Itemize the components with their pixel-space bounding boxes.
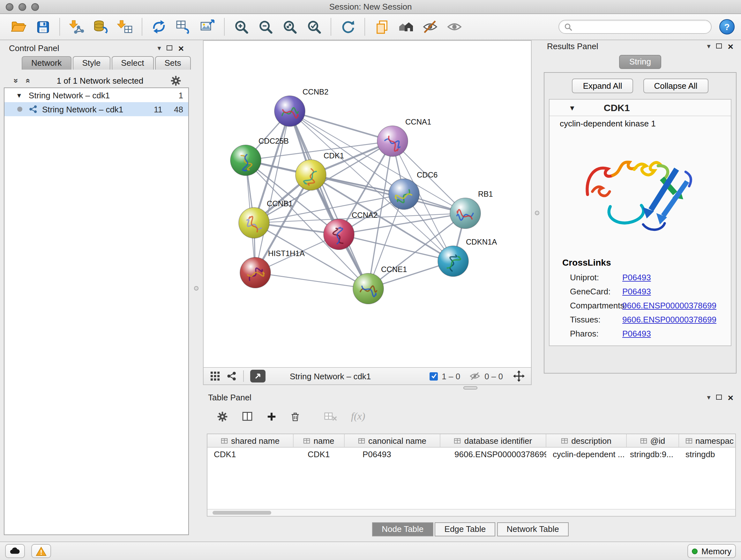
- column-header[interactable]: name: [293, 434, 345, 447]
- tab-select[interactable]: Select: [111, 56, 153, 70]
- open-session-button[interactable]: [6, 16, 30, 38]
- zoom-in-button[interactable]: [229, 16, 253, 38]
- crosslink-genecard[interactable]: P06493: [622, 287, 651, 296]
- close-panel-icon[interactable]: ×: [178, 43, 184, 53]
- import-network-database-button[interactable]: [89, 16, 113, 38]
- float-panel-icon[interactable]: [166, 45, 172, 51]
- tab-node-table[interactable]: Node Table: [372, 522, 433, 537]
- memory-button[interactable]: Memory: [687, 544, 736, 558]
- tab-network[interactable]: Network: [22, 56, 71, 70]
- import-network-file-button[interactable]: [64, 16, 89, 38]
- column-type-icon: [303, 437, 310, 444]
- network-node-CDC6[interactable]: [389, 179, 419, 209]
- birds-eye-view-button[interactable]: [210, 371, 220, 381]
- splitter-grip[interactable]: [194, 286, 199, 291]
- collapse-all-button[interactable]: Collapse All: [643, 78, 709, 93]
- network-row-selected[interactable]: String Network – cdk1 11 48: [4, 102, 188, 116]
- float-panel-icon[interactable]: [716, 395, 722, 400]
- crosslink-uniprot[interactable]: P06493: [622, 272, 651, 282]
- crosslink-compartments[interactable]: 9606.ENSP00000378699: [622, 300, 717, 310]
- save-session-button[interactable]: [30, 16, 55, 38]
- panel-menu-icon[interactable]: ▾: [157, 44, 161, 51]
- column-header[interactable]: canonical name: [345, 434, 441, 447]
- tab-string[interactable]: String: [619, 55, 661, 69]
- network-node-RB1[interactable]: [450, 198, 481, 229]
- options-gear-icon[interactable]: [171, 75, 181, 86]
- float-panel-icon[interactable]: [716, 44, 722, 49]
- table-settings-button[interactable]: [217, 411, 228, 422]
- table-row[interactable]: CDK1 CDK1 P06493 9606.ENSP00000378699 cy…: [207, 448, 735, 461]
- crosslink-tissues[interactable]: 9606.ENSP00000378699: [622, 314, 717, 324]
- column-header[interactable]: namespac: [679, 434, 736, 447]
- network-node-CCNB1[interactable]: [239, 207, 269, 238]
- copy-document-button[interactable]: [369, 16, 394, 38]
- hide-annotations-button[interactable]: [418, 16, 442, 38]
- delete-column-button[interactable]: [290, 411, 300, 422]
- crosslink-pharos[interactable]: P06493: [622, 328, 651, 338]
- network-node-CCNB2[interactable]: [274, 96, 305, 126]
- network-canvas[interactable]: CCNB2CCNA1CDC25BCDK1CDC6RB1CCNB1CCNA2CDK…: [204, 41, 531, 367]
- network-edge[interactable]: [255, 273, 368, 289]
- cloud-button[interactable]: [5, 544, 25, 558]
- home-button[interactable]: [394, 16, 418, 38]
- show-columns-button[interactable]: [242, 411, 253, 422]
- network-node-CDK1[interactable]: [295, 160, 326, 190]
- tab-edge-table[interactable]: Edge Table: [435, 522, 495, 537]
- column-header[interactable]: @id: [627, 434, 679, 447]
- zoom-out-button[interactable]: [253, 16, 278, 38]
- network-node-CDC25B[interactable]: [230, 145, 261, 176]
- panel-menu-icon[interactable]: ▾: [707, 394, 711, 401]
- expand-all-button[interactable]: Expand All: [572, 78, 633, 93]
- network-tree: ▼ String Network – cdk1 1 String Network…: [4, 87, 189, 535]
- add-column-button[interactable]: [267, 412, 276, 421]
- collapse-all-icon[interactable]: »: [11, 78, 21, 83]
- expand-all-icon[interactable]: »: [23, 78, 32, 83]
- tree-collapse-icon[interactable]: ▼: [16, 91, 22, 99]
- import-table-file-button[interactable]: [113, 16, 137, 38]
- table-header-row: shared name name canonical name database…: [207, 434, 735, 448]
- splitter-grip[interactable]: [463, 386, 477, 389]
- function-builder-button[interactable]: f(x): [351, 411, 365, 422]
- close-panel-icon[interactable]: ×: [728, 392, 733, 402]
- network-collection-row[interactable]: ▼ String Network – cdk1 1: [4, 88, 188, 102]
- network-node-CCNE1[interactable]: [353, 273, 384, 304]
- scrollbar-thumb[interactable]: [212, 511, 271, 515]
- panel-menu-icon[interactable]: ▾: [707, 43, 711, 50]
- tab-network-table[interactable]: Network Table: [497, 522, 568, 537]
- network-node-HIST1H1A[interactable]: [240, 257, 271, 288]
- help-button[interactable]: ?: [719, 19, 735, 35]
- column-header[interactable]: shared name: [207, 434, 293, 447]
- network-node-CDKN1A[interactable]: [438, 246, 468, 276]
- clone-network-button[interactable]: [171, 16, 195, 38]
- gene-section-header[interactable]: ▼ CDK1: [549, 100, 731, 116]
- zoom-fit-button[interactable]: [278, 16, 302, 38]
- column-header[interactable]: description: [546, 434, 627, 447]
- selected-checkbox-icon[interactable]: [429, 372, 438, 380]
- pan-crosshair-icon[interactable]: [513, 370, 525, 382]
- export-image-button[interactable]: [195, 16, 219, 38]
- new-network-button[interactable]: [147, 16, 171, 38]
- zoom-window-button[interactable]: [31, 3, 39, 11]
- section-collapse-icon[interactable]: ▼: [569, 104, 576, 111]
- warnings-button[interactable]: [31, 544, 51, 558]
- search-input[interactable]: [576, 22, 706, 32]
- network-node-CCNA1[interactable]: [377, 126, 408, 157]
- export-network-button[interactable]: [250, 370, 266, 382]
- delete-table-button[interactable]: [324, 412, 337, 421]
- network-edge[interactable]: [290, 111, 393, 141]
- swap-arrows-icon: [151, 18, 167, 35]
- zoom-selected-button[interactable]: [302, 16, 326, 38]
- minimize-window-button[interactable]: [18, 3, 26, 11]
- horizontal-scrollbar[interactable]: [207, 509, 735, 516]
- apply-layout-button[interactable]: [336, 16, 360, 38]
- column-header[interactable]: database identifier: [441, 434, 546, 447]
- show-graphics-button[interactable]: [442, 16, 467, 38]
- splitter-grip[interactable]: [535, 211, 539, 215]
- string-settings-button[interactable]: [226, 371, 237, 381]
- close-window-button[interactable]: [6, 3, 13, 11]
- network-node-CCNA2[interactable]: [324, 219, 354, 250]
- close-panel-icon[interactable]: ×: [728, 41, 733, 51]
- tab-style[interactable]: Style: [72, 56, 110, 70]
- network-edge[interactable]: [290, 111, 368, 289]
- tab-sets[interactable]: Sets: [155, 56, 191, 70]
